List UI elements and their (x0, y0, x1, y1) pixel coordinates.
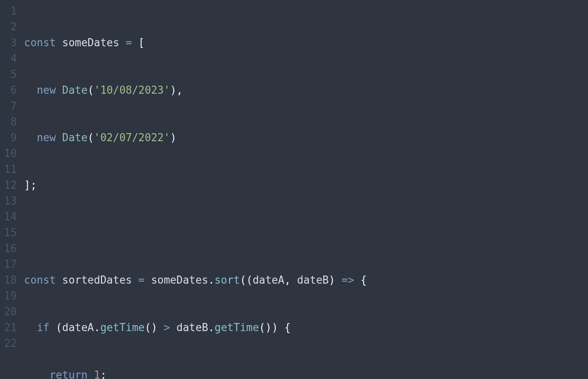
code-line[interactable]: const someDates = [ (24, 35, 588, 51)
code-line[interactable]: if (dateA.getTime() > dateB.getTime()) { (24, 320, 588, 336)
line-number: 21 (4, 320, 17, 336)
line-number: 4 (4, 51, 17, 67)
line-number-gutter: 1 2 3 4 5 6 7 8 9 10 11 12 13 14 15 16 1… (0, 3, 24, 379)
line-number: 9 (4, 130, 17, 146)
line-number: 12 (4, 177, 17, 193)
code-content[interactable]: const someDates = [ new Date('10/08/2023… (24, 3, 588, 379)
code-line[interactable]: new Date('02/07/2022') (24, 130, 588, 146)
code-line[interactable]: new Date('10/08/2023'), (24, 82, 588, 98)
code-editor[interactable]: 1 2 3 4 5 6 7 8 9 10 11 12 13 14 15 16 1… (0, 3, 588, 379)
line-number: 18 (4, 272, 17, 288)
code-line[interactable] (24, 225, 588, 241)
line-number: 19 (4, 288, 17, 304)
code-line[interactable]: ]; (24, 177, 588, 193)
line-number: 13 (4, 193, 17, 209)
line-number: 20 (4, 304, 17, 320)
line-number: 10 (4, 146, 17, 162)
line-number: 7 (4, 98, 17, 114)
line-number: 15 (4, 225, 17, 241)
line-number: 1 (4, 3, 17, 19)
line-number: 5 (4, 67, 17, 82)
line-number: 6 (4, 82, 17, 98)
code-line[interactable]: return 1; (24, 367, 588, 379)
line-number: 3 (4, 35, 17, 51)
line-number: 8 (4, 114, 17, 130)
line-number: 22 (4, 336, 17, 351)
line-number: 17 (4, 256, 17, 272)
line-number: 2 (4, 19, 17, 35)
line-number: 16 (4, 241, 17, 256)
line-number: 11 (4, 162, 17, 177)
line-number: 14 (4, 209, 17, 225)
code-line[interactable]: const sortedDates = someDates.sort((date… (24, 272, 588, 288)
